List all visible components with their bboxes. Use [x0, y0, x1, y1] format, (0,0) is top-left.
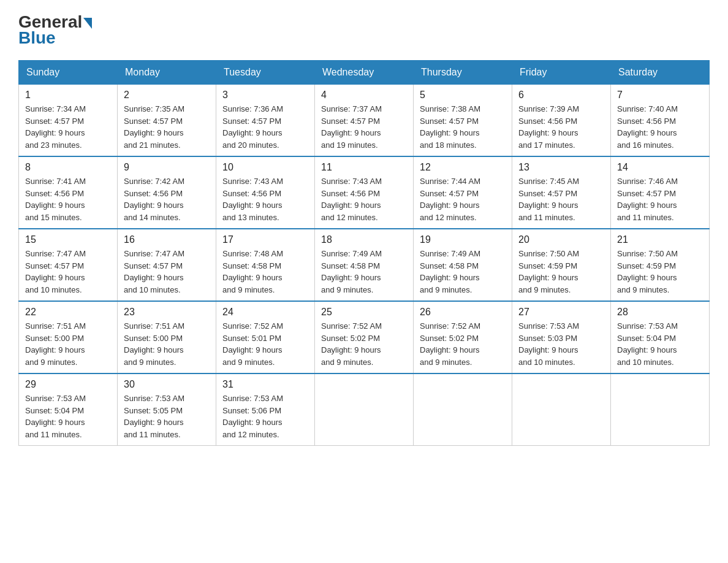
calendar-day-cell — [611, 373, 710, 446]
day-number: 24 — [222, 307, 308, 318]
calendar-table: SundayMondayTuesdayWednesdayThursdayFrid… — [18, 60, 710, 446]
calendar-day-cell: 4Sunrise: 7:37 AMSunset: 4:57 PMDaylight… — [315, 85, 414, 157]
calendar-week-row: 1Sunrise: 7:34 AMSunset: 4:57 PMDaylight… — [19, 85, 710, 157]
day-number: 18 — [321, 234, 407, 245]
day-of-week-header: Saturday — [611, 61, 710, 85]
calendar-day-cell: 27Sunrise: 7:53 AMSunset: 5:03 PMDayligh… — [512, 301, 611, 373]
calendar-day-cell: 26Sunrise: 7:52 AMSunset: 5:02 PMDayligh… — [414, 301, 512, 373]
day-info: Sunrise: 7:41 AMSunset: 4:56 PMDaylight:… — [25, 175, 111, 223]
day-info: Sunrise: 7:49 AMSunset: 4:58 PMDaylight:… — [420, 248, 506, 296]
day-info: Sunrise: 7:50 AMSunset: 4:59 PMDaylight:… — [617, 248, 703, 296]
day-number: 9 — [124, 162, 210, 173]
day-number: 10 — [222, 162, 308, 173]
calendar-day-cell — [315, 373, 414, 446]
day-number: 3 — [222, 90, 308, 101]
day-number: 17 — [222, 234, 308, 245]
day-info: Sunrise: 7:47 AMSunset: 4:57 PMDaylight:… — [124, 248, 210, 296]
day-number: 11 — [321, 162, 407, 173]
day-info: Sunrise: 7:45 AMSunset: 4:57 PMDaylight:… — [518, 175, 604, 223]
day-of-week-header: Sunday — [19, 61, 118, 85]
calendar-day-cell: 23Sunrise: 7:51 AMSunset: 5:00 PMDayligh… — [118, 301, 216, 373]
day-info: Sunrise: 7:53 AMSunset: 5:03 PMDaylight:… — [518, 320, 604, 368]
logo-arrow-icon — [83, 18, 92, 29]
day-info: Sunrise: 7:43 AMSunset: 4:56 PMDaylight:… — [321, 175, 407, 223]
calendar-day-cell: 10Sunrise: 7:43 AMSunset: 4:56 PMDayligh… — [216, 156, 315, 229]
day-info: Sunrise: 7:43 AMSunset: 4:56 PMDaylight:… — [222, 175, 308, 223]
day-of-week-header: Monday — [118, 61, 216, 85]
day-number: 2 — [124, 90, 210, 101]
day-number: 15 — [25, 234, 111, 245]
calendar-day-cell: 16Sunrise: 7:47 AMSunset: 4:57 PMDayligh… — [118, 229, 216, 301]
calendar-day-cell: 18Sunrise: 7:49 AMSunset: 4:58 PMDayligh… — [315, 229, 414, 301]
logo: General Blue — [18, 12, 92, 48]
day-info: Sunrise: 7:53 AMSunset: 5:05 PMDaylight:… — [124, 393, 210, 440]
calendar-day-cell: 21Sunrise: 7:50 AMSunset: 4:59 PMDayligh… — [611, 229, 710, 301]
day-number: 7 — [617, 90, 703, 101]
day-number: 14 — [617, 162, 703, 173]
day-info: Sunrise: 7:52 AMSunset: 5:01 PMDaylight:… — [222, 320, 308, 368]
calendar-day-cell: 3Sunrise: 7:36 AMSunset: 4:57 PMDaylight… — [216, 85, 315, 157]
day-number: 16 — [124, 234, 210, 245]
calendar-day-cell: 17Sunrise: 7:48 AMSunset: 4:58 PMDayligh… — [216, 229, 315, 301]
calendar-day-cell: 29Sunrise: 7:53 AMSunset: 5:04 PMDayligh… — [19, 373, 118, 446]
calendar-day-cell: 28Sunrise: 7:53 AMSunset: 5:04 PMDayligh… — [611, 301, 710, 373]
calendar-day-cell: 2Sunrise: 7:35 AMSunset: 4:57 PMDaylight… — [118, 85, 216, 157]
day-number: 28 — [617, 307, 703, 318]
page-header: General Blue — [18, 12, 710, 48]
day-info: Sunrise: 7:53 AMSunset: 5:04 PMDaylight:… — [25, 393, 111, 440]
day-number: 12 — [420, 162, 506, 173]
calendar-day-cell: 15Sunrise: 7:47 AMSunset: 4:57 PMDayligh… — [19, 229, 118, 301]
calendar-day-cell: 22Sunrise: 7:51 AMSunset: 5:00 PMDayligh… — [19, 301, 118, 373]
day-info: Sunrise: 7:50 AMSunset: 4:59 PMDaylight:… — [518, 248, 604, 296]
calendar-day-cell: 7Sunrise: 7:40 AMSunset: 4:56 PMDaylight… — [611, 85, 710, 157]
calendar-day-cell: 6Sunrise: 7:39 AMSunset: 4:56 PMDaylight… — [512, 85, 611, 157]
day-number: 20 — [518, 234, 604, 245]
calendar-day-cell: 14Sunrise: 7:46 AMSunset: 4:57 PMDayligh… — [611, 156, 710, 229]
day-info: Sunrise: 7:53 AMSunset: 5:06 PMDaylight:… — [222, 393, 308, 440]
logo-blue-text: Blue — [18, 28, 56, 48]
day-info: Sunrise: 7:34 AMSunset: 4:57 PMDaylight:… — [25, 103, 111, 151]
calendar-day-cell: 5Sunrise: 7:38 AMSunset: 4:57 PMDaylight… — [414, 85, 512, 157]
calendar-week-row: 8Sunrise: 7:41 AMSunset: 4:56 PMDaylight… — [19, 156, 710, 229]
day-info: Sunrise: 7:52 AMSunset: 5:02 PMDaylight:… — [321, 320, 407, 368]
day-info: Sunrise: 7:36 AMSunset: 4:57 PMDaylight:… — [222, 103, 308, 151]
calendar-day-cell: 13Sunrise: 7:45 AMSunset: 4:57 PMDayligh… — [512, 156, 611, 229]
day-number: 31 — [222, 379, 308, 390]
calendar-day-cell: 11Sunrise: 7:43 AMSunset: 4:56 PMDayligh… — [315, 156, 414, 229]
day-number: 21 — [617, 234, 703, 245]
day-number: 5 — [420, 90, 506, 101]
day-info: Sunrise: 7:52 AMSunset: 5:02 PMDaylight:… — [420, 320, 506, 368]
calendar-week-row: 29Sunrise: 7:53 AMSunset: 5:04 PMDayligh… — [19, 373, 710, 446]
day-number: 26 — [420, 307, 506, 318]
day-info: Sunrise: 7:51 AMSunset: 5:00 PMDaylight:… — [25, 320, 111, 368]
calendar-week-row: 15Sunrise: 7:47 AMSunset: 4:57 PMDayligh… — [19, 229, 710, 301]
day-number: 22 — [25, 307, 111, 318]
calendar-day-cell: 9Sunrise: 7:42 AMSunset: 4:56 PMDaylight… — [118, 156, 216, 229]
day-number: 23 — [124, 307, 210, 318]
day-number: 13 — [518, 162, 604, 173]
day-info: Sunrise: 7:49 AMSunset: 4:58 PMDaylight:… — [321, 248, 407, 296]
day-info: Sunrise: 7:48 AMSunset: 4:58 PMDaylight:… — [222, 248, 308, 296]
calendar-day-cell: 25Sunrise: 7:52 AMSunset: 5:02 PMDayligh… — [315, 301, 414, 373]
day-number: 8 — [25, 162, 111, 173]
day-number: 27 — [518, 307, 604, 318]
calendar-header-row: SundayMondayTuesdayWednesdayThursdayFrid… — [19, 61, 710, 85]
day-info: Sunrise: 7:38 AMSunset: 4:57 PMDaylight:… — [420, 103, 506, 151]
day-info: Sunrise: 7:44 AMSunset: 4:57 PMDaylight:… — [420, 175, 506, 223]
day-number: 4 — [321, 90, 407, 101]
calendar-day-cell: 1Sunrise: 7:34 AMSunset: 4:57 PMDaylight… — [19, 85, 118, 157]
day-number: 6 — [518, 90, 604, 101]
day-info: Sunrise: 7:40 AMSunset: 4:56 PMDaylight:… — [617, 103, 703, 151]
day-number: 30 — [124, 379, 210, 390]
calendar-day-cell: 8Sunrise: 7:41 AMSunset: 4:56 PMDaylight… — [19, 156, 118, 229]
day-info: Sunrise: 7:35 AMSunset: 4:57 PMDaylight:… — [124, 103, 210, 151]
day-info: Sunrise: 7:37 AMSunset: 4:57 PMDaylight:… — [321, 103, 407, 151]
day-number: 19 — [420, 234, 506, 245]
day-number: 25 — [321, 307, 407, 318]
calendar-day-cell: 24Sunrise: 7:52 AMSunset: 5:01 PMDayligh… — [216, 301, 315, 373]
calendar-day-cell: 19Sunrise: 7:49 AMSunset: 4:58 PMDayligh… — [414, 229, 512, 301]
day-of-week-header: Wednesday — [315, 61, 414, 85]
calendar-day-cell: 12Sunrise: 7:44 AMSunset: 4:57 PMDayligh… — [414, 156, 512, 229]
day-of-week-header: Friday — [512, 61, 611, 85]
day-number: 1 — [25, 90, 111, 101]
